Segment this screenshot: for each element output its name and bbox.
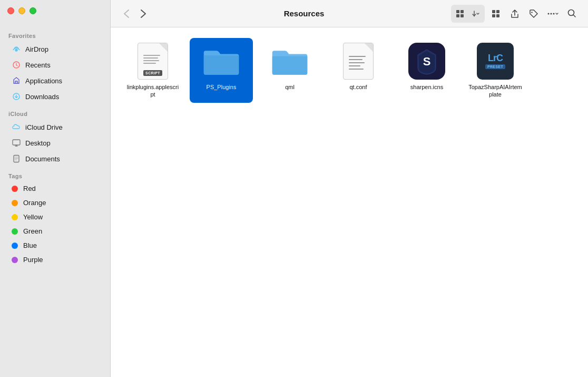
tags-label: Tags — [0, 167, 110, 181]
sidebar-item-desktop[interactable]: Desktop — [3, 136, 107, 150]
file-area: SCRIPT linkplugins.applescript PS_Plugin… — [111, 27, 588, 377]
sidebar-item-tag-red-label: Red — [23, 185, 36, 192]
lrc-text: LrC — [488, 53, 503, 63]
forward-button[interactable] — [136, 6, 151, 21]
airdrop-icon — [12, 44, 21, 54]
file-name-topaz-template: TopazSharpAIAIrtemplate — [468, 83, 523, 99]
favorites-label: Favorites — [0, 26, 110, 41]
sidebar-item-tag-orange-label: Orange — [23, 199, 46, 207]
sidebar-item-tag-yellow[interactable]: Yellow — [3, 210, 107, 224]
file-icon-linkplugins: SCRIPT — [134, 42, 172, 80]
sidebar-item-recents[interactable]: Recents — [3, 57, 107, 72]
script-lines — [143, 55, 162, 65]
conf-file-icon — [343, 43, 374, 80]
sidebar-item-tag-blue-label: Blue — [23, 241, 37, 249]
svg-rect-5 — [456, 10, 459, 13]
grid-view-button[interactable] — [452, 6, 468, 22]
file-item-qml[interactable]: qml — [258, 38, 321, 103]
svg-point-14 — [548, 13, 550, 14]
sidebar-item-applications[interactable]: Applications — [3, 73, 107, 88]
sidebar-item-applications-label: Applications — [25, 77, 62, 85]
svg-rect-12 — [496, 14, 499, 17]
tag-red-dot — [12, 186, 18, 192]
view-options-button[interactable] — [468, 6, 484, 22]
tag-button[interactable] — [526, 6, 542, 22]
share-button[interactable] — [507, 6, 523, 22]
file-icon-ps-plugins — [202, 42, 240, 80]
sidebar-item-tag-orange[interactable]: Orange — [3, 196, 107, 209]
search-button[interactable] — [564, 6, 580, 22]
svg-text:S: S — [423, 55, 431, 68]
sidebar-item-tag-green[interactable]: Green — [3, 225, 107, 238]
sidebar-item-documents[interactable]: Documents — [3, 151, 107, 166]
file-name-qml: qml — [285, 83, 295, 91]
downloads-icon — [12, 92, 21, 101]
svg-rect-8 — [460, 14, 464, 17]
file-name-ps-plugins: PS_Plugins — [207, 83, 237, 91]
file-name-sharpen: sharpen.icns — [410, 83, 443, 91]
script-badge: SCRIPT — [143, 70, 162, 76]
toolbar-right — [451, 5, 580, 23]
sidebar-item-tag-red[interactable]: Red — [3, 182, 107, 195]
sidebar: Favorites AirDrop Recents Applicati — [0, 0, 111, 377]
minimize-button[interactable] — [18, 7, 25, 14]
file-icon-qml — [271, 42, 309, 80]
sidebar-item-tag-green-label: Green — [23, 227, 42, 235]
svg-rect-10 — [496, 10, 499, 13]
sidebar-item-tag-purple-label: Purple — [23, 256, 43, 264]
maximize-button[interactable] — [30, 7, 36, 14]
svg-point-13 — [531, 12, 532, 13]
toolbar: Resources — [111, 0, 588, 27]
file-item-linkplugins[interactable]: SCRIPT linkplugins.applescript — [121, 38, 184, 103]
sidebar-item-downloads[interactable]: Downloads — [3, 89, 107, 104]
svg-rect-6 — [460, 10, 464, 13]
documents-icon — [12, 154, 21, 163]
tag-blue-dot — [12, 243, 18, 249]
icloud-label: iCloud — [0, 104, 110, 119]
folder-svg — [271, 46, 308, 76]
sidebar-item-icloud-drive[interactable]: iCloud Drive — [3, 120, 107, 134]
sidebar-item-airdrop[interactable]: AirDrop — [3, 42, 107, 56]
svg-point-0 — [15, 49, 18, 52]
tag-green-dot — [12, 228, 18, 235]
more-button[interactable] — [545, 6, 561, 22]
sidebar-item-airdrop-label: AirDrop — [25, 45, 48, 53]
back-button[interactable] — [119, 6, 134, 21]
recents-icon — [12, 60, 21, 70]
toolbar-title: Resources — [165, 9, 443, 18]
sidebar-item-tag-purple[interactable]: Purple — [3, 253, 107, 266]
file-item-qt-conf[interactable]: qt.conf — [327, 38, 390, 103]
main-content: Resources — [111, 0, 588, 377]
traffic-lights — [7, 7, 36, 14]
svg-rect-3 — [13, 140, 20, 145]
sidebar-item-desktop-label: Desktop — [25, 139, 51, 147]
sidebar-item-downloads-label: Downloads — [25, 93, 59, 101]
sidebar-item-tag-blue[interactable]: Blue — [3, 239, 107, 252]
close-button[interactable] — [7, 7, 14, 14]
applications-icon — [12, 76, 21, 85]
desktop-icon — [12, 138, 21, 148]
tag-purple-dot — [12, 257, 18, 263]
conf-lines — [349, 56, 368, 72]
script-file-icon: SCRIPT — [138, 43, 168, 80]
file-name-linkplugins: linkplugins.applescript — [125, 83, 180, 99]
lrc-preset-icon: LrC PRESET — [477, 43, 514, 80]
file-item-topaz-template[interactable]: LrC PRESET TopazSharpAIAIrtemplate — [464, 38, 527, 103]
sidebar-item-icloud-drive-label: iCloud Drive — [25, 123, 63, 131]
svg-rect-9 — [492, 10, 495, 13]
list-view-button[interactable] — [488, 6, 504, 22]
svg-point-15 — [551, 13, 552, 14]
view-toggle — [451, 5, 485, 23]
sidebar-item-documents-label: Documents — [25, 155, 60, 163]
nav-buttons — [119, 6, 151, 21]
svg-rect-7 — [456, 14, 459, 17]
file-name-qt-conf: qt.conf — [349, 83, 367, 91]
icloud-drive-icon — [12, 122, 21, 132]
file-item-sharpen[interactable]: S sharpen.icns — [395, 38, 458, 103]
file-icon-topaz-template: LrC PRESET — [476, 42, 514, 80]
svg-rect-11 — [492, 14, 495, 17]
folder-selected-svg — [203, 46, 240, 76]
file-item-ps-plugins[interactable]: PS_Plugins — [190, 38, 253, 103]
file-icon-qt-conf — [339, 42, 377, 80]
file-icon-sharpen: S — [408, 42, 446, 80]
